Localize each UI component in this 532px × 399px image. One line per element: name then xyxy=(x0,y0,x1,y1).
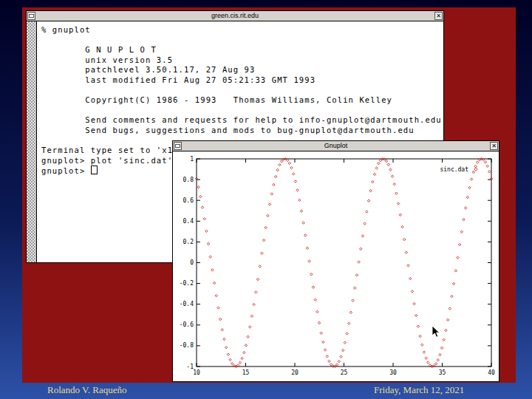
terminal-line: Copyright(C) 1986 - 1993 Thomas Williams… xyxy=(41,95,442,106)
terminal-scrollbar[interactable] xyxy=(27,21,37,262)
svg-text:-0.4: -0.4 xyxy=(180,301,194,307)
svg-text:-0.6: -0.6 xyxy=(180,321,194,328)
terminal-line: Send comments and requests for help to i… xyxy=(41,115,442,126)
svg-text:25: 25 xyxy=(341,369,348,376)
svg-text:-0.8: -0.8 xyxy=(180,342,194,349)
plot-canvas: 10.80.60.40.20-0.2-0.4-0.6-0.8-110152025… xyxy=(173,151,499,382)
terminal-line: last modified Fri Aug 27 05:21:33 GMT 19… xyxy=(41,75,442,86)
svg-text:0.8: 0.8 xyxy=(183,177,194,183)
terminal-line: patchlevel 3.50.1.17, 27 Aug 93 xyxy=(41,65,442,75)
window-menu-glyph xyxy=(175,144,180,148)
svg-text:0.6: 0.6 xyxy=(183,197,194,204)
footer-date: Friday, March 12, 2021 xyxy=(374,384,464,396)
terminal-line xyxy=(41,106,442,116)
terminal-title: green.cis.rit.edu xyxy=(27,11,443,21)
close-icon[interactable]: ✕ xyxy=(434,12,443,20)
svg-text:15: 15 xyxy=(242,369,250,376)
svg-text:0: 0 xyxy=(190,259,194,266)
terminal-line: % gnuplot xyxy=(41,25,442,35)
slide: green.cis.rit.edu ✕ % gnuplot G N U P L … xyxy=(0,0,532,399)
terminal-line: unix version 3.5 xyxy=(41,55,442,66)
plot-title: Gnuplot xyxy=(173,141,499,151)
svg-text:0.4: 0.4 xyxy=(183,218,194,225)
window-menu-icon[interactable] xyxy=(27,12,35,20)
svg-text:35: 35 xyxy=(439,369,446,376)
terminal-cursor xyxy=(91,166,98,174)
svg-text:0.2: 0.2 xyxy=(183,239,194,245)
footer-author: Rolando V. Raqueño xyxy=(47,384,127,396)
window-menu-glyph xyxy=(29,14,34,18)
terminal-titlebar[interactable]: green.cis.rit.edu ✕ xyxy=(27,11,443,21)
window-menu-icon[interactable] xyxy=(174,142,182,150)
terminal-line xyxy=(41,35,442,46)
terminal-line: G N U P L O T xyxy=(41,45,442,55)
svg-text:40: 40 xyxy=(488,369,495,376)
plot-window: Gnuplot ✕ 10.80.60.40.20-0.2-0.4-0.6-0.8… xyxy=(172,140,499,382)
terminal-line xyxy=(41,86,442,96)
plot-body: 10.80.60.40.20-0.2-0.4-0.6-0.8-110152025… xyxy=(173,151,499,381)
svg-text:1: 1 xyxy=(190,156,194,163)
svg-text:sinc.dat: sinc.dat xyxy=(440,166,468,173)
svg-text:20: 20 xyxy=(291,369,299,376)
mouse-cursor xyxy=(432,325,441,339)
plot-titlebar[interactable]: Gnuplot ✕ xyxy=(173,141,499,151)
svg-text:10: 10 xyxy=(193,369,200,376)
svg-text:-0.2: -0.2 xyxy=(180,280,194,287)
terminal-line: Send bugs, suggestions and mods to bug-g… xyxy=(41,126,442,136)
svg-text:30: 30 xyxy=(389,369,397,376)
close-icon[interactable]: ✕ xyxy=(490,142,498,150)
